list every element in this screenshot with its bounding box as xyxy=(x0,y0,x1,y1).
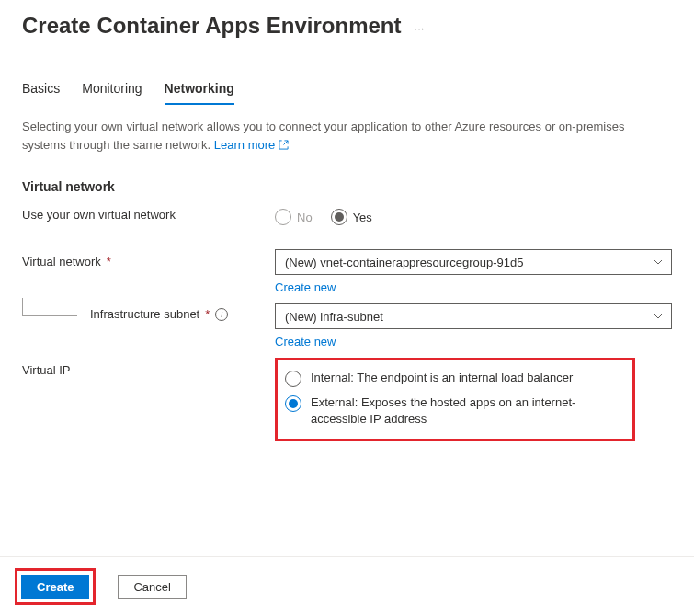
chevron-down-icon xyxy=(653,257,664,268)
learn-more-link[interactable]: Learn more xyxy=(214,138,289,152)
virtual-ip-label: Virtual IP xyxy=(22,358,275,377)
tab-monitoring[interactable]: Monitoring xyxy=(82,81,142,105)
create-button-highlight: Create xyxy=(15,568,96,605)
footer: Create Cancel xyxy=(0,556,694,616)
vnet-label-text: Virtual network xyxy=(22,255,101,268)
info-icon[interactable]: i xyxy=(215,308,228,321)
vip-internal-label: Internal: The endpoint is an internal lo… xyxy=(311,370,573,386)
radio-icon xyxy=(331,209,347,225)
radio-label: No xyxy=(297,211,313,224)
vip-external-radio[interactable]: External: Exposes the hosted apps on an … xyxy=(285,391,625,431)
virtual-network-heading: Virtual network xyxy=(22,179,672,194)
virtual-ip-highlight-box: Internal: The endpoint is an internal lo… xyxy=(275,358,635,441)
use-own-vnet-yes-radio[interactable]: Yes xyxy=(331,209,372,225)
required-indicator: * xyxy=(107,255,111,268)
use-own-vnet-label: Use your own virtual network xyxy=(22,208,275,222)
required-indicator: * xyxy=(205,307,210,321)
page-title: Create Container Apps Environment xyxy=(22,13,402,39)
tree-connector-icon xyxy=(22,298,77,316)
create-button[interactable]: Create xyxy=(21,575,89,599)
infra-subnet-create-new-link[interactable]: Create new xyxy=(275,335,672,348)
learn-more-label: Learn more xyxy=(214,138,275,152)
radio-icon xyxy=(285,395,301,412)
tabs: Basics Monitoring Networking xyxy=(0,81,694,105)
vnet-select[interactable]: (New) vnet-containerappresourcegroup-91d… xyxy=(275,249,672,275)
vnet-select-value: (New) vnet-containerappresourcegroup-91d… xyxy=(285,256,523,269)
infra-subnet-label: Infrastructure subnet * i xyxy=(22,303,275,321)
intro-text-body: Selecting your own virtual network allow… xyxy=(22,120,624,152)
intro-text: Selecting your own virtual network allow… xyxy=(22,118,666,154)
radio-icon xyxy=(275,209,291,225)
more-actions-icon[interactable]: ··· xyxy=(415,17,425,35)
tab-networking[interactable]: Networking xyxy=(165,81,234,105)
use-own-vnet-no-radio[interactable]: No xyxy=(275,209,313,225)
vnet-label: Virtual network * xyxy=(22,249,275,268)
chevron-down-icon xyxy=(653,311,664,322)
infra-subnet-select-value: (New) infra-subnet xyxy=(285,310,383,324)
external-link-icon xyxy=(279,138,289,152)
vip-external-label: External: Exposes the hosted apps on an … xyxy=(311,394,625,428)
vip-internal-radio[interactable]: Internal: The endpoint is an internal lo… xyxy=(285,366,625,391)
infra-subnet-label-text: Infrastructure subnet xyxy=(90,307,199,321)
infra-subnet-select[interactable]: (New) infra-subnet xyxy=(275,303,672,329)
radio-icon xyxy=(285,371,301,387)
vnet-create-new-link[interactable]: Create new xyxy=(275,280,672,294)
tab-basics[interactable]: Basics xyxy=(22,81,60,105)
radio-label: Yes xyxy=(353,211,372,224)
cancel-button[interactable]: Cancel xyxy=(118,575,186,599)
